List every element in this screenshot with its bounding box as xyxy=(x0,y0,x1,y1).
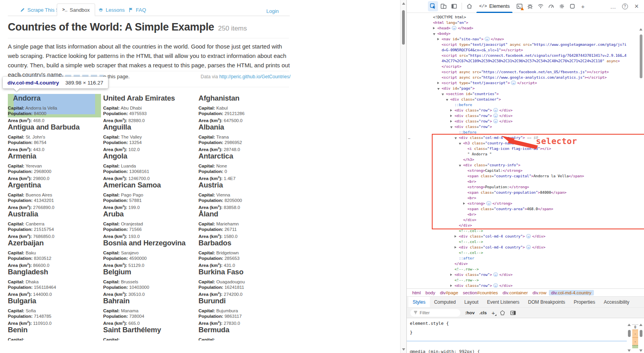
class-toggle-button[interactable]: .cls xyxy=(479,310,487,315)
dom-tree-line[interactable]: <div class="row">…</div> xyxy=(407,119,644,124)
inspect-icon[interactable] xyxy=(428,1,438,11)
expand-arrow-icon[interactable] xyxy=(437,38,439,40)
collapse-arrow-icon[interactable] xyxy=(459,143,461,145)
sidebar-tab-accessibility[interactable]: Accessibility xyxy=(599,297,633,307)
console-icon[interactable] xyxy=(514,1,525,11)
breadcrumb-item[interactable]: html xyxy=(410,290,423,295)
expand-arrow-icon[interactable] xyxy=(455,235,456,238)
dom-tree-line[interactable]: <span class="country-capital">Andorra la… xyxy=(407,173,644,179)
breadcrumb-item[interactable]: div#page xyxy=(438,290,461,295)
dom-tree-line[interactable]: d=G-09N5RQCFG4&cx=c&_slc=1"></script> xyxy=(407,47,644,53)
expand-arrow-icon[interactable] xyxy=(437,82,439,84)
expand-arrow-icon[interactable] xyxy=(433,27,435,29)
inline-expand-icon[interactable]: … xyxy=(493,113,498,118)
dom-tree-line[interactable]: <script async src="https://connect.faceb… xyxy=(407,69,644,75)
add-panel-icon[interactable]: + xyxy=(578,1,588,11)
hover-state-button[interactable]: :hov xyxy=(465,310,474,315)
login-link[interactable]: Login xyxy=(266,8,279,14)
dom-tree-line[interactable]: <div class="col-md-4 country">…</div> xyxy=(407,234,644,239)
dom-tree-line[interactable]: <head>…</head> xyxy=(407,25,644,31)
dom-tree-line[interactable]: <script type="text/javascript">…</script… xyxy=(407,80,644,86)
sidebar-tab-layout[interactable]: Layout xyxy=(460,297,483,307)
scrollbar-thumb[interactable] xyxy=(402,10,405,45)
dom-tree-line[interactable]: <div class="container"> xyxy=(407,97,644,102)
dom-tree-line[interactable]: <div class="col-md-4 country">…</div> xyxy=(407,245,644,250)
dom-tree-line[interactable]: <script type="text/javascript" async src… xyxy=(407,42,644,47)
dom-tree-line[interactable]: </div> xyxy=(407,261,644,267)
dom-tree-line[interactable]: <!--.col--> xyxy=(407,228,644,234)
scrollbar-thumb[interactable] xyxy=(640,34,642,78)
dom-tree-line[interactable]: <br> xyxy=(407,195,644,201)
dom-tree-line[interactable]: <!--.col--> xyxy=(407,250,644,256)
dom-tree-line[interactable]: ::before xyxy=(407,102,644,108)
scroll-up-arrow-icon[interactable] xyxy=(628,324,631,326)
sidebar-tab-computed[interactable]: Computed xyxy=(430,297,460,307)
dom-tree-scrollbar[interactable] xyxy=(639,27,644,288)
collapse-arrow-icon[interactable] xyxy=(450,126,453,128)
rendering-emulation-icon[interactable] xyxy=(500,310,505,316)
dom-tree-line[interactable]: <body> xyxy=(407,31,644,36)
dom-tree-line[interactable]: <strong>Population:</strong> xyxy=(407,184,644,190)
expand-arrow-icon[interactable] xyxy=(450,274,452,276)
expand-arrow-icon[interactable] xyxy=(450,109,452,112)
dom-tree-line[interactable]: " Andorra " xyxy=(407,151,644,157)
dom-tree-line[interactable]: <!--.row--> xyxy=(407,267,644,272)
tab-elements[interactable]: </> Elements xyxy=(475,0,514,13)
dom-tree-line[interactable]: </h3> xyxy=(407,157,644,162)
dom-tree-line[interactable]: <h3 class="country-name"> xyxy=(407,140,644,146)
breadcrumb-item[interactable]: div.col-md-4.country xyxy=(549,290,594,295)
collapse-arrow-icon[interactable] xyxy=(433,33,435,35)
dom-tree-line[interactable]: 4%2C77%2C67%2C109%2C59%2C58%2C31%2C96%2C… xyxy=(407,58,644,64)
dom-tree-line[interactable]: </div> xyxy=(407,223,644,228)
network-icon[interactable] xyxy=(536,1,546,11)
storage-icon[interactable] xyxy=(567,1,577,11)
inline-expand-icon[interactable]: … xyxy=(452,26,457,30)
expand-arrow-icon[interactable] xyxy=(455,246,456,249)
scrollbar-thumb[interactable] xyxy=(640,330,642,337)
dom-tree-line[interactable]: <i class="flag-icon flag-icon-ad"></i> xyxy=(407,146,644,151)
help-icon[interactable]: ? xyxy=(622,4,628,9)
scroll-up-arrow-icon[interactable] xyxy=(402,2,405,5)
more-options-icon[interactable]: … xyxy=(608,1,618,11)
dom-tree-line[interactable]: <nav id="site-nav">…</nav> xyxy=(407,36,644,42)
dom-tree-line[interactable]: <span class="country-population">84000</… xyxy=(407,190,644,195)
dom-tree-line[interactable]: <div class="row">…</div> xyxy=(407,272,644,277)
dom-tree-line[interactable]: <div class="col-md-4 country"> == $0 xyxy=(407,135,644,140)
inline-expand-icon[interactable]: … xyxy=(526,245,531,249)
dock-side-icon[interactable] xyxy=(449,1,459,11)
dom-tree-line[interactable]: </script> xyxy=(407,64,644,69)
nav-item-faq[interactable]: FAQ xyxy=(123,4,151,16)
element-style-rule[interactable]: element.style { xyxy=(407,318,644,326)
dom-tree-line[interactable]: </div> xyxy=(407,217,644,223)
dom-tree-line[interactable]: <script src="https://connect.facebook.ne… xyxy=(407,53,644,58)
expand-arrow-icon[interactable] xyxy=(450,120,452,122)
new-style-rule-button[interactable]: + xyxy=(491,310,495,316)
inline-expand-icon[interactable]: … xyxy=(493,272,498,277)
breadcrumb-item[interactable]: div.row xyxy=(530,290,549,295)
close-icon[interactable]: × xyxy=(631,1,642,11)
dom-tree-line[interactable]: <strong>Capital:</strong> xyxy=(407,168,644,173)
collapse-arrow-icon[interactable] xyxy=(437,88,440,90)
sidebar-tab-dom-breakpoints[interactable]: DOM Breakpoints xyxy=(524,297,570,307)
computed-sidebar-toggle-icon[interactable] xyxy=(510,310,516,316)
performance-icon[interactable] xyxy=(546,1,556,11)
styles-scrollbar[interactable] xyxy=(627,324,632,352)
dom-tree-line[interactable]: <div class="row">…</div> xyxy=(407,113,644,119)
nav-item-sandbox[interactable]: >_ Sandbox xyxy=(57,4,95,16)
dom-tree-line[interactable]: <div class="country-info"> xyxy=(407,162,644,168)
dom-tree-line[interactable]: ::before xyxy=(407,130,644,135)
sidebar-tab-properties[interactable]: Properties xyxy=(570,297,600,307)
inline-expand-icon[interactable]: … xyxy=(486,201,491,205)
data-source-link[interactable]: http://peric.github.io/GetCountries/ xyxy=(219,74,290,79)
browser-scrollbar[interactable] xyxy=(400,0,406,353)
expand-arrow-icon[interactable] xyxy=(450,115,452,117)
breadcrumb-item[interactable]: body xyxy=(423,290,438,295)
sidebar-tab-event-listeners[interactable]: Event Listeners xyxy=(483,297,524,307)
inline-expand-icon[interactable]: … xyxy=(493,119,498,123)
inline-expand-icon[interactable]: … xyxy=(511,81,516,85)
debug-icon[interactable] xyxy=(525,1,535,11)
inline-expand-icon[interactable]: … xyxy=(485,37,490,41)
dom-tree-line[interactable]: <html lang="en"> xyxy=(407,20,644,25)
scroll-up-arrow-icon[interactable] xyxy=(639,28,642,31)
inline-expand-icon[interactable]: … xyxy=(526,234,531,238)
